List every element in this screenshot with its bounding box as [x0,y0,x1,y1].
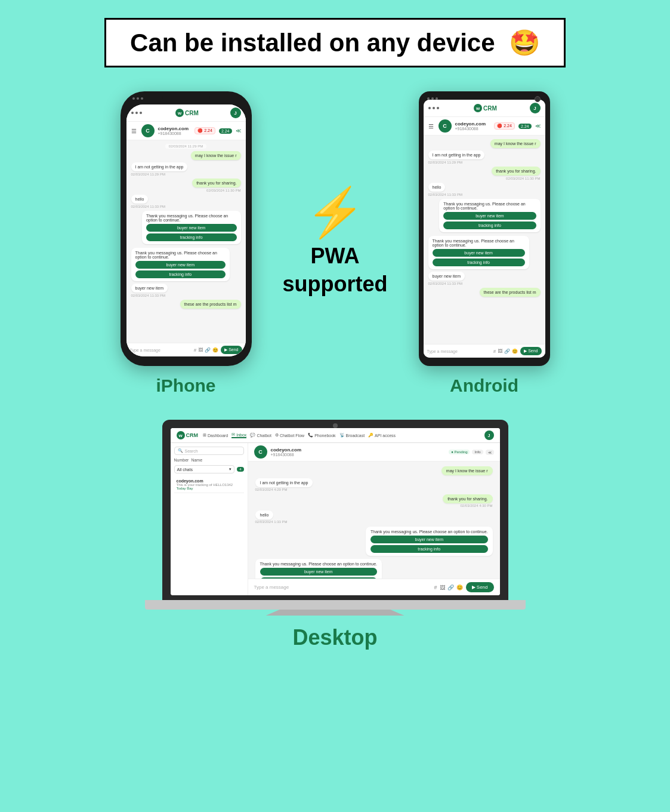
emoji-icon: 😊 [512,349,518,354]
msg-row: hello 02/03/2024 11:33 PM [428,183,541,196]
desktop-send-btn[interactable]: ▶ Send [466,582,494,592]
search-placeholder: Search [185,449,198,453]
badge-count: ≪ [486,450,494,455]
header-title: Can be installed on any device 🤩 [130,29,540,57]
d-bot-btn1: buyer new item [370,536,488,543]
all-chats-dropdown[interactable]: All chats ▾ [174,465,235,473]
d-msg-bubble: may I know the issue r [441,466,493,475]
android-camera [535,96,541,102]
send-button[interactable]: ▶ Send [221,346,242,354]
desktop-input-field[interactable]: Type a message [254,585,431,590]
msg-time: 02/03/2024 11:30 PM [206,189,240,192]
laptop-bezel: w CRM ⊞ Dashboard ✉ Inbox 💬 [162,420,508,600]
d-bot-btn3: buyer new item [260,568,378,576]
dropdown-row: All chats ▾ 4 [174,465,244,473]
d-msg-row: I am not getting in the app 02/03/2024 4… [255,478,493,491]
d-bot-msg-2: Thank you messaging us. Please choose an… [255,559,493,579]
msg-row: may I know the issue r [131,151,241,160]
bot-bubble-2: Thank you messaging us. Please choose an… [428,236,529,269]
send-button-android[interactable]: ▶ Send [520,347,541,355]
nav-tab-chatbot[interactable]: 💬 Chatbot [250,432,271,438]
android-screen: w CRM J ☰ C codeyon.com +918430088 🔴 2.2… [424,100,545,358]
d-msg-row: thank you for sharing. 02/03/2024 4:30 P… [255,494,493,508]
msg-time: 02/03/2024 11:33 PM [428,282,462,285]
chat-input-field[interactable]: Type a message [130,348,192,352]
msg-bubble: hello [131,195,149,204]
chevron-down-icon: ▾ [229,467,231,472]
chat-input-bar: Type a message # 🖼 🔗 😊 ▶ Send [126,343,246,356]
bot-btn3: buyer new item [135,261,226,269]
iphone-dots [132,97,143,100]
nav-tab-dashboard[interactable]: ⊞ Dashboard [203,432,228,438]
d-msg-time: 02/03/2024 4:30 PM [460,504,492,508]
chat-badge-android: 🔴 2.24 [494,122,515,130]
desktop-messages: may I know the issue r I am not getting … [248,462,500,579]
filter-number[interactable]: Number [174,458,189,462]
d-bot-bubble-2: Thank you messaging us. Please choose an… [255,559,382,579]
broadcast-icon: 📡 [339,433,345,438]
nav-tab-broadcast[interactable]: 📡 Broadcast [339,432,365,438]
desktop-chat-header: C codeyon.com +918430088 ● Pending Info … [248,443,500,462]
bot-bubble-2: Thank you messaging us. Please choose an… [131,248,230,281]
tab-label: Dashboard [208,433,228,438]
bot-message-2-android: Thank you messaging us. Please choose an… [428,236,541,269]
bot-btn4: tracking info [433,259,525,266]
hashtag-icon: # [493,349,496,354]
android-frame: w CRM J ☰ C codeyon.com +918430088 🔴 2.2… [419,91,550,366]
chat-input-android[interactable]: Type a message [427,349,491,353]
chat-header-android: ☰ C codeyon.com +918430088 🔴 2.24 2.24 ≪ [424,117,545,136]
msg-time: 02/03/2024 11:33 PM [428,193,462,196]
bot-message-2: Thank you messaging us. Please choose an… [131,248,241,281]
link-icon: 🔗 [205,347,211,353]
nav-tabs: ⊞ Dashboard ✉ Inbox 💬 Chatbot ⚙ [203,432,396,438]
laptop-stand [266,610,405,616]
nav-tab-api[interactable]: 🔑 API access [368,432,396,438]
pwa-line1: PWA [310,244,359,268]
contact-name: codeyon.com [158,126,192,131]
pwa-text: PWA supported [283,242,388,299]
iphone-wrapper: w CRM J ☰ C codeyon.com +918430088 🔴 2.2… [121,91,252,396]
msg-time: 02/03/2024 11:33 PM [131,294,165,297]
msg-row: these are the products list m [428,288,541,297]
desktop-chat-icons: # 🖼 🔗 😊 [434,585,463,590]
msg-row: buyer new item 02/03/2024 11:33 PM [131,284,241,297]
msg-row: may I know the issue r [428,139,541,148]
msg-bubble: thank you for sharing. [192,179,240,187]
nav-tab-inbox[interactable]: ✉ Inbox [231,432,246,438]
android-dots [427,97,438,100]
emoji-icon: 😊 [212,347,218,353]
logo-w-icon: w [175,109,184,117]
tab-label: API access [375,433,396,438]
chat-header: ☰ C codeyon.com +918430088 🔴 2.24 2.24 ≪ [126,122,246,140]
msg-row: thank you for sharing. 02/03/2024 11:30 … [428,167,541,180]
desktop-label: Desktop [292,625,377,650]
hashtag-icon-d: # [434,585,437,590]
app-logo: w CRM [175,109,199,117]
filter-row: Number Name [174,458,244,462]
laptop-base [145,600,526,610]
d-msg-bubble: hello [255,510,274,519]
app-name: CRM [185,110,199,116]
header-title-text: Can be installed on any device [130,29,495,57]
header-emoji: 🤩 [509,29,540,57]
msg-bubble: these are the products list m [180,300,241,309]
app-name-android: CRM [483,105,497,112]
desktop-nav: w CRM ⊞ Dashboard ✉ Inbox 💬 [171,428,500,443]
hamburger-icon: ☰ [131,128,137,134]
tab-label: Inbox [236,433,246,437]
d-msg-bubble: thank you for sharing. [443,494,492,503]
filter-name[interactable]: Name [191,458,202,462]
d-bot-text: Thank you messaging us. Please choose an… [370,530,488,534]
bot-btn1: buyer new item [146,224,237,232]
contact-item[interactable]: codeyon.com This is your tracking of HEL… [174,476,244,493]
msg-time: 02/03/2024 11:33 PM [131,205,165,208]
contact-name-android: codeyon.com [455,121,491,127]
nav-tab-phonebook[interactable]: 📞 Phonebook [308,432,335,438]
android-label: Android [450,376,518,396]
d-bot-text-2: Thank you messaging us. Please choose an… [260,562,378,566]
nav-tab-chatbot-flow[interactable]: ⚙ Chatbot Flow [275,432,304,438]
bot-btn4: tracking info [135,270,226,278]
desktop-search[interactable]: 🔍 Search [174,447,244,455]
inbox-icon: ✉ [231,432,235,437]
tab-label: Broadcast [346,433,365,438]
